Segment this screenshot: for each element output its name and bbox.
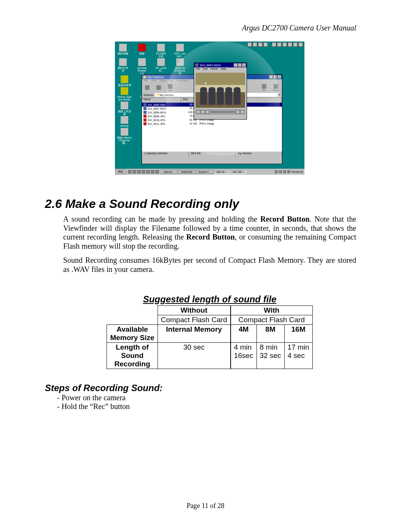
list-item: Power on the camera (45, 393, 356, 402)
maximize-icon[interactable]: □ (238, 63, 242, 67)
task-item[interactable]: My Ca... (214, 170, 229, 174)
file-icon (143, 107, 147, 110)
task-item[interactable]: SVI_00... (230, 170, 246, 174)
player-titlebar[interactable]: 🎬 SVI_0007.MOV _ □ × (194, 63, 247, 67)
maximize-icon[interactable]: □ (273, 75, 277, 79)
cut-button[interactable]: Cut (262, 84, 266, 91)
embedded-screenshot: 我的電腦 網路 DC2000項目 DSC_custom... 我的文件夹 Acr… (115, 42, 304, 175)
task-item[interactable]: Marcso... (161, 170, 177, 174)
browser-title: My Camera (148, 75, 163, 79)
document-header: Argus DC2700 Camera User Manual (63, 24, 356, 32)
task-item[interactable]: Adobe P... (196, 170, 213, 174)
taskbar[interactable]: 開始 Marcso... 1008x200 Adobe P... My Ca..… (115, 169, 304, 175)
quicktime-player-window[interactable]: 🎬 SVI_0007.MOV _ □ × File Edit Movie Hel… (194, 62, 247, 120)
player-title: SVI_0007.MOV (200, 64, 221, 67)
page-footer: Page 11 of 28 (0, 502, 411, 510)
minimize-icon[interactable]: _ (269, 75, 273, 79)
rewind-start-icon[interactable] (196, 110, 200, 114)
step-fwd-icon[interactable] (241, 110, 244, 114)
file-icon (143, 103, 147, 106)
list-item: Hold the “Rec” button (45, 402, 356, 411)
file-row[interactable]: SVI_0011.JPG21 KBJPEG Image (142, 122, 282, 126)
pause-icon[interactable] (206, 110, 209, 114)
player-controls[interactable] (196, 109, 245, 115)
paragraph: A sound recording can be made by pressin… (63, 215, 356, 251)
steps-list: Power on the camera Hold the “Rec” butto… (63, 393, 356, 411)
paste-button[interactable]: Paste (273, 84, 279, 91)
seek-slider[interactable] (210, 111, 235, 113)
quick-launch[interactable] (126, 170, 161, 174)
close-icon[interactable]: × (242, 63, 246, 67)
player-menubar[interactable]: File Edit Movie Help (194, 67, 247, 71)
video-frame (196, 73, 245, 108)
systray-top (247, 42, 303, 47)
step-back-icon[interactable] (236, 110, 240, 114)
minimize-icon[interactable]: _ (234, 63, 237, 67)
file-icon (143, 111, 147, 114)
app-icon: 🎬 (195, 64, 199, 67)
sound-length-table: Without With Compact Flash Card Compact … (107, 305, 312, 369)
start-button[interactable]: 開始 (115, 169, 126, 174)
status-bar: 1 object(s) selected 80.5 KB My Camera (142, 152, 282, 157)
steps-heading: Steps of Recording Sound: (45, 383, 356, 393)
dropdown-icon[interactable]: ▾ (279, 93, 280, 96)
file-icon (143, 118, 147, 121)
folder-icon: 📁 (143, 75, 147, 79)
file-icon (143, 115, 147, 118)
close-icon[interactable]: × (277, 75, 281, 79)
up-button[interactable]: Up (168, 84, 172, 91)
clock: PM 08:18 (292, 171, 303, 173)
table-title: Suggested length of sound file (63, 294, 356, 305)
section-heading: 2.6 Make a Sound Recording only (45, 197, 356, 211)
back-button[interactable] (145, 85, 150, 90)
file-icon (143, 122, 147, 125)
paragraph: Sound Recording consumes 16kBytes per se… (63, 256, 356, 274)
forward-button[interactable] (156, 85, 161, 90)
play-icon[interactable] (201, 110, 205, 114)
task-item[interactable]: 1008x200 (178, 170, 195, 174)
system-tray[interactable]: PM 08:18 (273, 170, 304, 173)
